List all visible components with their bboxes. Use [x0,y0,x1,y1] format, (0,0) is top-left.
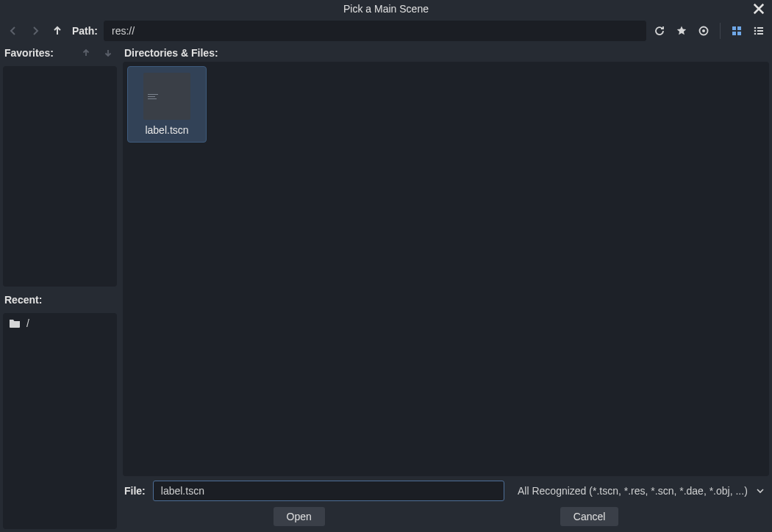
list-icon [753,25,765,37]
folder-icon [9,318,21,328]
file-tile[interactable]: label.tscn [127,66,207,143]
view-grid-button[interactable] [728,22,746,40]
arrow-up-small-icon [80,47,92,59]
file-input[interactable] [153,481,504,501]
file-grid[interactable]: label.tscn [123,62,769,476]
titlebar: Pick a Main Scene [0,0,772,18]
favorites-header: Favorites: [3,44,117,62]
toolbar-separator [720,23,721,39]
file-name: label.tscn [145,124,188,136]
svg-point-6 [754,27,757,29]
refresh-button[interactable] [651,22,668,40]
recent-header: Recent: [3,291,117,309]
favorites-label: Favorites: [3,47,73,59]
svg-rect-4 [732,32,736,35]
svg-rect-5 [737,32,741,35]
nav-forward-button[interactable] [26,22,44,40]
recent-panel[interactable]: / [3,313,117,529]
close-button[interactable] [751,1,766,16]
open-button[interactable]: Open [274,507,325,526]
favorite-move-up-button[interactable] [77,44,95,62]
path-label: Path: [71,25,99,37]
favorite-move-down-button[interactable] [99,44,117,62]
chevron-left-icon [7,25,19,37]
sidebar: Favorites: Recent: / [3,44,117,529]
svg-point-1 [702,29,705,32]
recent-item[interactable]: / [3,313,117,334]
cancel-button[interactable]: Cancel [560,507,619,526]
close-icon [751,1,766,16]
filter-dropdown[interactable]: All Recognized (*.tscn, *.res, *.scn, *.… [510,481,769,501]
svg-point-8 [754,30,757,32]
svg-rect-2 [732,26,736,30]
svg-point-10 [754,33,757,35]
directories-files-label: Directories & Files: [123,47,220,59]
button-row: Open Cancel [123,503,769,529]
arrow-up-icon [51,25,63,37]
svg-rect-3 [737,26,741,30]
chevron-right-icon [29,25,41,37]
star-icon [676,25,687,37]
recent-label: Recent: [3,294,117,306]
main-area: Directories & Files: label.tscn File: Al… [123,44,769,529]
svg-rect-11 [757,33,763,35]
recent-item-label: / [26,317,29,329]
file-thumbnail [143,73,190,120]
filter-label: All Recognized (*.tscn, *.res, *.scn, *.… [518,485,751,497]
nav-back-button[interactable] [4,22,22,40]
arrow-down-small-icon [102,47,114,59]
view-list-button[interactable] [750,22,768,40]
window-title: Pick a Main Scene [343,3,429,15]
chevron-down-icon [756,486,765,495]
path-toolbar: Path: [0,18,772,44]
favorites-panel[interactable] [3,66,117,287]
eye-icon [698,25,710,37]
grid-icon [731,25,743,37]
favorite-button[interactable] [673,22,690,40]
nav-up-button[interactable] [49,22,66,40]
svg-rect-7 [757,27,763,29]
show-hidden-button[interactable] [695,22,712,40]
file-row: File: All Recognized (*.tscn, *.res, *.s… [123,476,769,503]
refresh-icon [654,25,665,37]
svg-rect-9 [757,30,763,32]
file-label: File: [123,485,147,497]
path-input[interactable] [104,21,646,41]
